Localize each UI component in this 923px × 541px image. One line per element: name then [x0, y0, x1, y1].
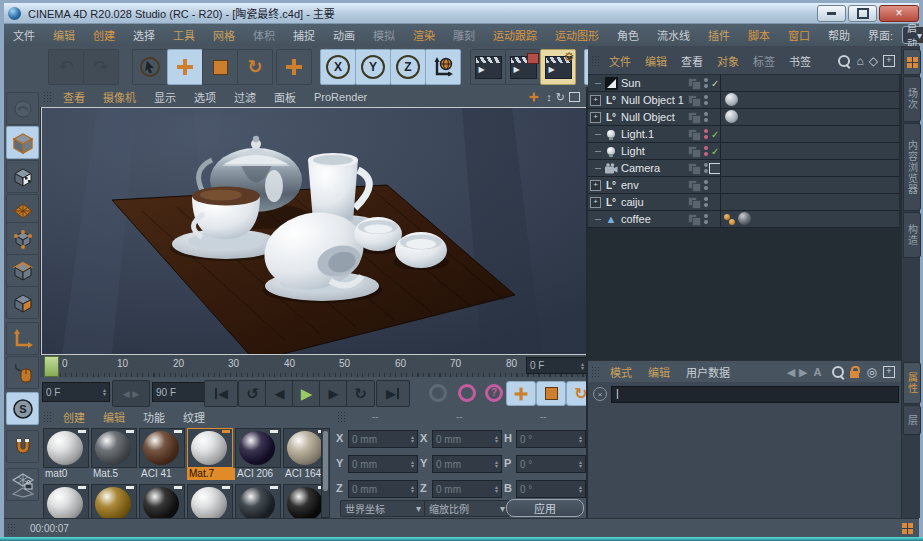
coord-field-pos-y[interactable]: 0 mm▴▾: [348, 455, 418, 473]
render-view-button[interactable]: ▶: [470, 49, 506, 85]
spinner-icon[interactable]: ▴▾: [581, 362, 584, 370]
viewport-solo-button[interactable]: [6, 356, 39, 389]
history-back-icon[interactable]: ◀: [785, 366, 797, 379]
workplane-lock-button[interactable]: [6, 468, 39, 501]
object-row-null-object[interactable]: + L° Null Object: [588, 109, 899, 126]
menu-select[interactable]: 选择: [124, 27, 164, 43]
history-forward-icon[interactable]: ▶: [797, 366, 809, 379]
om-menu-objects[interactable]: 对象: [710, 53, 746, 69]
coord-field-rot-p[interactable]: 0 °▴▾: [516, 455, 586, 473]
coord-field-pos-z[interactable]: 0 mm▴▾: [348, 480, 418, 498]
expand-icon[interactable]: +: [590, 112, 601, 123]
material-label[interactable]: mat0: [43, 468, 91, 480]
object-row-light[interactable]: Light ✓: [588, 143, 899, 160]
restore-button[interactable]: [848, 5, 877, 22]
coordinate-system-button[interactable]: [425, 49, 461, 85]
object-row-sun[interactable]: Sun ✓: [588, 75, 899, 92]
om-menu-file[interactable]: 文件: [602, 53, 638, 69]
coord-field-rot-b[interactable]: 0 °▴▾: [516, 480, 586, 498]
goto-end-button[interactable]: ▶: [376, 380, 410, 407]
vp-menu-panel[interactable]: 面板: [265, 89, 305, 105]
object-name[interactable]: Light.1: [621, 128, 654, 140]
panel-grip[interactable]: [337, 411, 345, 423]
visibility-dots[interactable]: [704, 213, 708, 225]
panel-grip[interactable]: [591, 55, 599, 67]
close-button[interactable]: ×: [879, 5, 919, 22]
tab-layers[interactable]: 层: [903, 405, 921, 435]
object-row-camera[interactable]: Camera: [588, 160, 899, 177]
home-icon[interactable]: ⌂: [857, 54, 864, 68]
apply-button[interactable]: 应用: [506, 499, 584, 517]
snap-toggle-button[interactable]: S: [6, 392, 39, 425]
menu-help[interactable]: 帮助: [819, 27, 859, 43]
object-row-light-1[interactable]: Light.1 ✓: [588, 126, 899, 143]
layer-icon[interactable]: [688, 112, 701, 123]
am-menu-userdata[interactable]: 用户数据: [678, 364, 738, 380]
add-panel-icon[interactable]: +: [883, 366, 895, 378]
material-label[interactable]: ACI 206: [235, 468, 283, 480]
tab-content-browser[interactable]: 内容浏览器: [903, 123, 921, 211]
prev-frame-button[interactable]: ◀: [265, 380, 294, 407]
menu-snap[interactable]: 捕捉: [284, 27, 324, 43]
material-thumb[interactable]: [139, 484, 185, 518]
mat-menu-function[interactable]: 功能: [134, 409, 174, 425]
tag-dot-icon[interactable]: [729, 219, 735, 225]
sculpt-mode-button[interactable]: [6, 92, 39, 125]
coord-field-pos-x[interactable]: 0 mm▴▾: [348, 430, 418, 448]
redo-button[interactable]: ↷: [83, 49, 119, 85]
render-settings-button[interactable]: ▶⚙: [540, 49, 576, 85]
axis-z-lock-button[interactable]: Z: [390, 49, 426, 85]
visibility-dots[interactable]: [704, 179, 708, 191]
a-filter-icon[interactable]: A: [810, 366, 826, 378]
live-selection-button[interactable]: [132, 49, 168, 85]
snap-magnet-button[interactable]: [6, 430, 39, 463]
interface-dropdown[interactable]: 启动 ▾: [902, 26, 923, 44]
viewport-toggle-icon[interactable]: [569, 92, 580, 102]
menu-sculpt[interactable]: 雕刻: [444, 27, 484, 43]
axis-x-lock-button[interactable]: X: [320, 49, 356, 85]
attribute-search-input[interactable]: |: [611, 386, 899, 403]
range-nudge-buttons[interactable]: ◀ ▶: [112, 380, 150, 407]
object-name[interactable]: Sun: [621, 77, 641, 89]
move-tool-button[interactable]: [167, 49, 203, 85]
material-thumb[interactable]: [43, 428, 89, 468]
current-frame-field[interactable]: 0 F ▴▾: [526, 357, 588, 374]
material-tag-thumb[interactable]: [738, 212, 751, 225]
coord-field-rot-h[interactable]: 0 °▴▾: [516, 430, 586, 448]
last-tool-button[interactable]: [276, 49, 312, 85]
polygons-mode-button[interactable]: [6, 286, 39, 319]
start-frame-field[interactable]: 0 F ▴▾: [42, 382, 110, 402]
material-tag-thumb[interactable]: [725, 93, 738, 106]
vp-menu-display[interactable]: 显示: [145, 89, 185, 105]
world-coords-dropdown[interactable]: 世界坐标▾: [340, 500, 426, 517]
material-thumb[interactable]: [139, 428, 185, 468]
clear-search-icon[interactable]: ×: [593, 387, 607, 401]
vp-menu-camera[interactable]: 摄像机: [94, 89, 145, 105]
key-scale-button[interactable]: [536, 381, 566, 406]
menu-volume[interactable]: 体积: [244, 27, 284, 43]
tab-structure[interactable]: 构造: [903, 212, 921, 258]
om-menu-view[interactable]: 查看: [674, 53, 710, 69]
tab-attributes[interactable]: 属性: [903, 362, 921, 404]
object-row-caiju[interactable]: + L° caiju: [588, 194, 899, 211]
object-name[interactable]: Null Object 1: [621, 94, 684, 106]
scale-mode-dropdown[interactable]: 缩放比例▾: [424, 500, 510, 517]
keyframe-selection-button[interactable]: ?: [481, 381, 507, 404]
vp-menu-filter[interactable]: 过滤: [225, 89, 265, 105]
viewport-rotate-icon[interactable]: ↻: [556, 91, 565, 104]
visibility-dots[interactable]: [704, 94, 708, 106]
menu-tools[interactable]: 工具: [164, 27, 204, 43]
material-thumb[interactable]: [91, 484, 137, 518]
expand-icon[interactable]: +: [590, 197, 601, 208]
mat-menu-create[interactable]: 创建: [54, 409, 94, 425]
coord-field-size-x[interactable]: 0 mm▴▾: [432, 430, 502, 448]
menu-simulate[interactable]: 模拟: [364, 27, 404, 43]
om-menu-tags[interactable]: 标签: [746, 53, 782, 69]
object-name[interactable]: Light: [621, 145, 645, 157]
object-name[interactable]: Camera: [621, 162, 660, 174]
mat-menu-edit[interactable]: 编辑: [94, 409, 134, 425]
add-bookmark-icon[interactable]: +: [883, 55, 895, 67]
coord-field-size-z[interactable]: 0 mm▴▾: [432, 480, 502, 498]
material-thumb[interactable]: [43, 484, 89, 518]
scale-tool-button[interactable]: [202, 49, 238, 85]
